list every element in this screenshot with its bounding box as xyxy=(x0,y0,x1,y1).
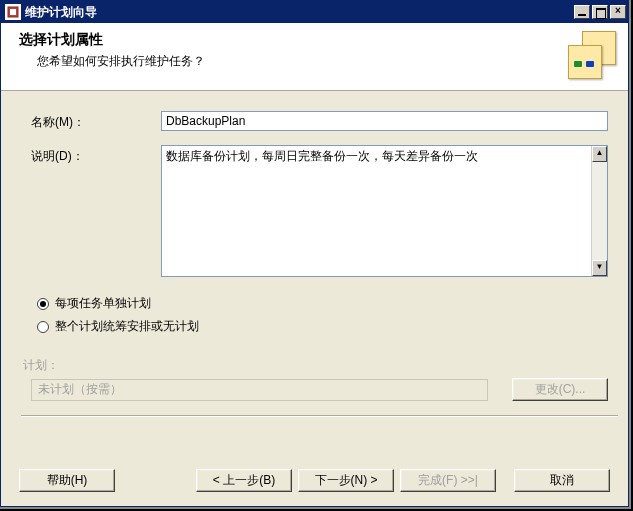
wizard-header: 选择计划属性 您希望如何安排执行维护任务？ xyxy=(1,23,628,91)
scroll-track[interactable] xyxy=(592,162,607,260)
radio-single-schedule[interactable]: 整个计划统筹安排或无计划 xyxy=(37,318,608,335)
cancel-button[interactable]: 取消 xyxy=(514,469,610,492)
name-row: 名称(M)： xyxy=(31,111,608,131)
radio-label: 每项任务单独计划 xyxy=(55,295,151,312)
radio-label: 整个计划统筹安排或无计划 xyxy=(55,318,199,335)
name-label: 名称(M)： xyxy=(31,111,161,131)
wizard-window: 维护计划向导 × 选择计划属性 您希望如何安排执行维护任务？ 名称(M)： 说明… xyxy=(0,0,629,507)
description-input[interactable] xyxy=(162,146,591,276)
description-scrollbar[interactable]: ▲ ▼ xyxy=(591,146,607,276)
plan-section-label: 计划： xyxy=(23,357,608,374)
window-controls: × xyxy=(574,5,626,19)
header-text: 选择计划属性 您希望如何安排执行维护任务？ xyxy=(19,31,560,70)
schedule-type-group: 每项任务单独计划 整个计划统筹安排或无计划 xyxy=(37,295,608,335)
header-icon xyxy=(568,31,616,79)
radio-icon xyxy=(37,298,49,310)
change-schedule-button: 更改(C)... xyxy=(512,378,608,401)
finish-button: 完成(F) >>| xyxy=(400,469,496,492)
help-button[interactable]: 帮助(H) xyxy=(19,469,115,492)
description-label: 说明(D)： xyxy=(31,145,161,165)
header-subtitle: 您希望如何安排执行维护任务？ xyxy=(19,53,560,70)
plan-row: 更改(C)... xyxy=(31,378,608,401)
wizard-content: 名称(M)： 说明(D)： ▲ ▼ 每项任务单独计划 整个计划统筹安排或无计 xyxy=(1,91,628,465)
plan-section: 计划： 更改(C)... xyxy=(31,357,608,401)
name-input[interactable] xyxy=(161,111,608,131)
wizard-footer: 帮助(H) < 上一步(B) 下一步(N) > 完成(F) >>| 取消 xyxy=(1,465,628,506)
app-icon xyxy=(5,4,21,20)
svg-rect-1 xyxy=(10,9,16,15)
next-button[interactable]: 下一步(N) > xyxy=(298,469,394,492)
header-title: 选择计划属性 xyxy=(19,31,560,49)
minimize-button[interactable] xyxy=(574,5,590,19)
maximize-button[interactable] xyxy=(592,5,608,19)
radio-separate-schedule[interactable]: 每项任务单独计划 xyxy=(37,295,608,312)
plan-input xyxy=(31,379,488,401)
titlebar: 维护计划向导 × xyxy=(1,1,628,23)
description-row: 说明(D)： ▲ ▼ xyxy=(31,145,608,277)
back-button[interactable]: < 上一步(B) xyxy=(196,469,292,492)
description-field: ▲ ▼ xyxy=(161,145,608,277)
window-title: 维护计划向导 xyxy=(25,4,574,21)
scroll-down-icon[interactable]: ▼ xyxy=(592,260,607,276)
scroll-up-icon[interactable]: ▲ xyxy=(592,146,607,162)
close-button[interactable]: × xyxy=(610,5,626,19)
radio-icon xyxy=(37,321,49,333)
separator xyxy=(21,415,618,417)
